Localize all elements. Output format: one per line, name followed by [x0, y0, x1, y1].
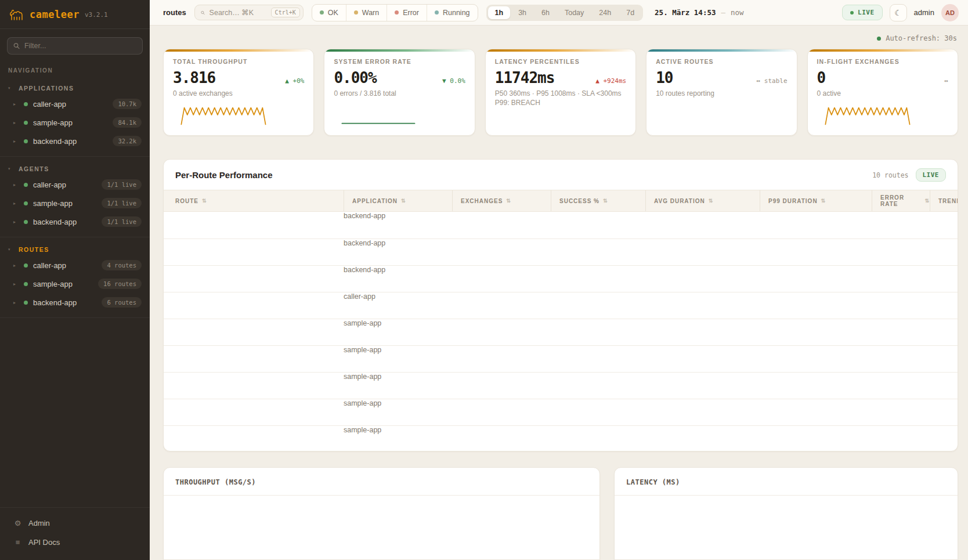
table-row-route1[interactable]: route1backend-app448100.0%253ms497ms0.0% [164, 212, 958, 239]
sidebar-footer-label: Admin [28, 519, 50, 528]
table-row-error-handling-test[interactable]: error-handling-testsample-app239100.0%50… [164, 399, 958, 425]
chevron-down-icon: ▾ [8, 86, 13, 91]
table-row-data-gen-nested-split[interactable]: data-gen-nested-splitsample-app199100.0%… [164, 345, 958, 372]
sidebar-item-agents-sample-app[interactable]: ▸sample-app1/1 live [0, 194, 150, 212]
sidebar-item-badge: 84.1k [113, 117, 142, 128]
column-header-label: APPLICATION [352, 198, 398, 204]
chart-header: THROUGHPUT (MSG/S) [164, 468, 599, 496]
status-filter-group: OKWarnErrorRunning [312, 4, 478, 21]
date-range-start: 25. März 14:53 [655, 8, 716, 17]
time-range-today[interactable]: Today [558, 6, 591, 19]
moon-icon: ☾ [894, 8, 902, 17]
kpi-delta: ↔ stable [757, 77, 788, 85]
sidebar-item-applications-sample-app[interactable]: ▸sample-app84.1k [0, 113, 150, 132]
auto-refresh-indicator: Auto-refresh: 30s [164, 34, 957, 42]
sidebar-footer-admin[interactable]: ⚙Admin [0, 514, 150, 533]
kpi-label: ACTIVE ROUTES [656, 58, 787, 65]
status-dot-icon [24, 201, 28, 205]
time-range-7d[interactable]: 7d [619, 6, 641, 19]
column-header-route[interactable]: ROUTE⇅ [164, 190, 344, 211]
sidebar-item-applications-caller-app[interactable]: ▸caller-app10.7k [0, 95, 150, 113]
kpi-delta: ▲ +924ms [595, 77, 626, 85]
avatar-initials: AD [945, 9, 955, 16]
time-range-3h[interactable]: 3h [511, 6, 533, 19]
avatar[interactable]: AD [941, 4, 959, 21]
column-header-application[interactable]: APPLICATION⇅ [344, 190, 452, 211]
sidebar-filter-input[interactable] [24, 42, 136, 50]
table-row-route2[interactable]: route2backend-app448100.0%257ms500ms0.0% [164, 239, 958, 265]
table-row-data-gen-orders[interactable]: data-gen-orderssample-app358100.0%1443ms… [164, 372, 958, 399]
filter-chip-error[interactable]: Error [387, 5, 427, 21]
nav-group-agents: ▾AGENTS▸caller-app1/1 live▸sample-app1/1… [0, 157, 150, 237]
column-header-exchanges[interactable]: EXCHANGES⇅ [452, 190, 551, 211]
kpi-label: IN-FLIGHT EXCHANGES [817, 58, 948, 65]
live-label: LIVE [858, 9, 875, 16]
filter-chip-warn[interactable]: Warn [346, 5, 387, 21]
sidebar-footer-api-docs[interactable]: ≡API Docs [0, 533, 150, 552]
theme-toggle-button[interactable]: ☾ [890, 4, 907, 21]
kpi-value: 0 [817, 69, 826, 86]
kpi-card-inflight-exchanges: IN-FLIGHT EXCHANGES 0 ↔ 0 active [807, 49, 958, 136]
table-row-data-gen-files[interactable]: data-gen-filessample-app256100.0%1ms3ms0… [164, 319, 958, 345]
sidebar-item-routes-sample-app[interactable]: ▸sample-app16 routes [0, 274, 150, 293]
kpi-card-total-throughput: TOTAL THROUGHPUT 3.816 ▲ +0% 0 active ex… [163, 49, 314, 136]
column-header-label: P99 DURATION [768, 198, 818, 204]
app-version: v3.2.1 [85, 11, 108, 19]
table-row-product-caller[interactable]: product-callercaller-app448100.0%768ms13… [164, 292, 958, 319]
column-header-label: SUCCESS % [559, 198, 599, 204]
kpi-card-latency-percentiles: LATENCY PERCENTILES 11742ms ▲ +924ms P50… [485, 49, 636, 136]
filter-chip-running[interactable]: Running [427, 5, 478, 21]
nav-group-header-applications[interactable]: ▾APPLICATIONS [0, 81, 150, 95]
table-live-label: LIVE [923, 171, 940, 179]
status-dot-icon [24, 139, 28, 143]
kpi-value: 10 [656, 69, 673, 86]
sidebar-item-agents-caller-app[interactable]: ▸caller-app1/1 live [0, 175, 150, 194]
kpi-label: LATENCY PERCENTILES [495, 58, 626, 65]
sidebar-item-routes-caller-app[interactable]: ▸caller-app4 routes [0, 256, 150, 274]
table-title: Per-Route Performance [175, 170, 865, 180]
content-area: Auto-refresh: 30s TOTAL THROUGHPUT 3.816… [150, 26, 968, 560]
column-header-p99-duration[interactable]: P99 DURATION⇅ [760, 190, 872, 211]
table-row-route3[interactable]: route3backend-app448100.0%253ms498ms0.0% [164, 265, 958, 292]
column-header-success[interactable]: SUCCESS %⇅ [551, 190, 645, 211]
column-header-trend[interactable]: TREND⇅ [930, 190, 958, 211]
table-row-file-processing[interactable]: file-processingsample-app256100.0%508ms1… [164, 425, 958, 451]
sidebar-item-applications-backend-app[interactable]: ▸backend-app32.2k [0, 132, 150, 150]
search-box[interactable]: Ctrl+K [194, 5, 304, 20]
time-range-24h[interactable]: 24h [592, 6, 618, 19]
column-header-label: EXCHANGES [461, 198, 503, 204]
column-header-avg-duration[interactable]: AVG DURATION⇅ [645, 190, 760, 211]
column-header-label: ERROR RATE [880, 194, 921, 207]
column-header-label: ROUTE [175, 198, 198, 204]
sidebar-filter-box[interactable] [7, 37, 143, 55]
sidebar-filter-wrap [0, 29, 150, 58]
nav-group-label: AGENTS [19, 165, 49, 172]
chart-title: LATENCY (MS) [626, 478, 680, 486]
kpi-label: SYSTEM ERROR RATE [334, 58, 465, 65]
sidebar-item-routes-backend-app[interactable]: ▸backend-app6 routes [0, 293, 150, 312]
sidebar-item-agents-backend-app[interactable]: ▸backend-app1/1 live [0, 212, 150, 231]
time-range-1h[interactable]: 1h [488, 6, 511, 19]
sidebar-item-badge: 16 routes [98, 279, 142, 289]
filter-chip-label: Running [443, 9, 470, 17]
nav-group-header-routes[interactable]: ▾ROUTES [0, 242, 150, 256]
date-range-separator: — [721, 8, 725, 17]
kpi-delta: ↔ [944, 77, 948, 85]
nav-group-applications: ▾APPLICATIONS▸caller-app10.7k▸sample-app… [0, 76, 150, 157]
kpi-value: 0.00% [334, 69, 376, 86]
status-dot-icon [24, 282, 28, 286]
kpi-card-error-rate: SYSTEM ERROR RATE 0.00% ▼ 0.0% 0 errors … [324, 49, 475, 136]
nav-group-header-agents[interactable]: ▾AGENTS [0, 161, 150, 175]
app-root: cameleer v3.2.1 NAVIGATION ▾APPLICATIONS… [0, 0, 968, 560]
kpi-card-active-routes: ACTIVE ROUTES 10 ↔ stable 10 routes repo… [646, 49, 797, 136]
app-logo-text: cameleer [30, 9, 80, 20]
search-input[interactable] [210, 9, 266, 17]
sidebar-item-badge: 1/1 live [102, 216, 142, 227]
filter-chip-ok[interactable]: OK [312, 5, 346, 21]
status-dot-icon [395, 10, 399, 15]
date-range[interactable]: 25. März 14:53 — now [655, 8, 743, 17]
column-header-error-rate[interactable]: ERROR RATE⇅ [872, 190, 930, 211]
kpi-subtitle-2: P99: BREACH [495, 99, 626, 107]
time-range-6h[interactable]: 6h [534, 6, 557, 19]
live-status-badge[interactable]: LIVE [842, 5, 883, 20]
